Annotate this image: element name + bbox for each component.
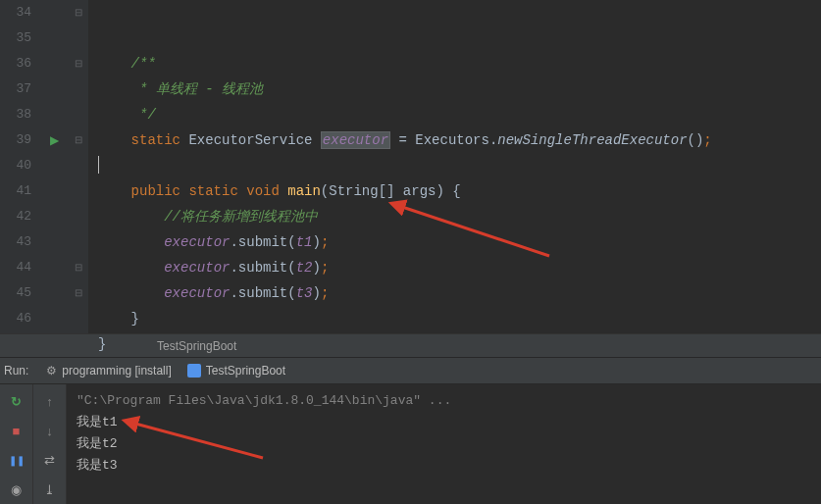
token: submit( [238, 234, 296, 250]
token: * 单线程 - 线程池 [139, 81, 263, 97]
pause-button[interactable]: ❚❚ [6, 449, 27, 471]
token: = [390, 132, 415, 148]
code-area[interactable]: /** * 单线程 - 线程池 */ static ExecutorServic… [88, 0, 821, 333]
token: t2 [296, 260, 313, 276]
code-line[interactable] [98, 153, 821, 178]
gear-icon: ⚙ [46, 364, 57, 378]
run-label: Run: [4, 364, 28, 378]
token: executor [164, 260, 230, 276]
code-line[interactable]: executor.submit(t3); [98, 280, 821, 306]
token: executor [164, 234, 230, 250]
down-button[interactable]: ↓ [39, 420, 61, 441]
wrap-button[interactable]: ⇄ [39, 449, 61, 471]
token: . [230, 285, 237, 301]
line-number: 44 [0, 255, 31, 280]
code-line[interactable]: //将任务新增到线程池中 [98, 204, 821, 229]
code-line[interactable] [98, 357, 821, 382]
line-number: 45 [0, 280, 31, 306]
token: public static void [131, 183, 288, 199]
code-line[interactable]: } [98, 306, 821, 331]
code-line[interactable]: } [98, 331, 821, 357]
token: () [688, 132, 704, 148]
scroll-button[interactable]: ⤓ [39, 479, 61, 500]
console-panel: ↻ ■ ❚❚ ◉ ↑ ↓ ⇄ ⤓ "C:\Program Files\Java\… [0, 384, 821, 504]
fold-icon[interactable]: ⊟ [75, 134, 82, 145]
token: submit( [238, 285, 296, 301]
run-icon[interactable]: ▶ [50, 133, 59, 147]
dump-button[interactable]: ◉ [6, 479, 27, 500]
console-line: 我是t3 [77, 455, 811, 477]
stop-button[interactable]: ■ [6, 420, 27, 441]
token: Executors [415, 132, 489, 148]
token: executor [164, 285, 230, 301]
token: ; [321, 260, 329, 276]
console-toolbar-left2: ↑ ↓ ⇄ ⤓ [33, 384, 67, 504]
fold-gutter[interactable]: ⊟⊟⊟⊟⊟ [69, 0, 88, 333]
line-number: 34 [0, 0, 31, 25]
token: ) [312, 260, 320, 276]
token: . [230, 234, 237, 250]
line-number: 40 [0, 153, 31, 178]
token: ; [703, 132, 711, 148]
line-number: 46 [0, 306, 31, 331]
line-number: 35 [0, 25, 31, 51]
token: //将任务新增到线程池中 [164, 209, 318, 225]
code-editor[interactable]: 34353637383940414243444546 ▶ ⊟⊟⊟⊟⊟ /** *… [0, 0, 821, 333]
code-line[interactable]: */ [98, 102, 821, 127]
line-number-gutter: 34353637383940414243444546 [0, 0, 39, 333]
code-line[interactable]: /** [98, 51, 821, 76]
code-line[interactable]: * 单线程 - 线程池 [98, 76, 821, 102]
token: */ [139, 107, 156, 123]
code-line[interactable]: static ExecutorService executor = Execut… [98, 127, 821, 153]
token: static [131, 132, 189, 148]
console-command: "C:\Program Files\Java\jdk1.8.0_144\bin\… [77, 390, 811, 412]
token: /** [131, 56, 156, 72]
token: } [131, 311, 139, 327]
fold-icon[interactable]: ⊟ [75, 262, 82, 273]
line-number: 42 [0, 204, 31, 229]
line-number: 36 [0, 51, 31, 76]
token: ; [321, 234, 329, 250]
fold-icon[interactable]: ⊟ [75, 58, 82, 69]
token: newSingleThreadExecutor [497, 132, 687, 148]
code-line[interactable]: executor.submit(t1); [98, 229, 821, 255]
rerun-button[interactable]: ↻ [6, 390, 27, 412]
caret [98, 156, 99, 174]
token: ) [312, 285, 320, 301]
console-output[interactable]: "C:\Program Files\Java\jdk1.8.0_144\bin\… [67, 384, 821, 504]
token: ; [321, 285, 329, 301]
token: ) [312, 234, 320, 250]
token: t3 [296, 285, 313, 301]
line-number: 37 [0, 76, 31, 102]
line-number: 38 [0, 102, 31, 127]
console-line: 我是t2 [77, 433, 811, 455]
console-toolbar-left: ↻ ■ ❚❚ ◉ [0, 384, 33, 504]
token: main [287, 183, 321, 199]
line-number: 39 [0, 127, 31, 153]
fold-icon[interactable]: ⊟ [75, 7, 82, 18]
token: submit( [238, 260, 296, 276]
token: executor [321, 131, 390, 149]
run-gutter[interactable]: ▶ [39, 0, 69, 333]
code-line[interactable]: executor.submit(t2); [98, 255, 821, 280]
up-button[interactable]: ↑ [39, 390, 61, 412]
console-line: 我是t1 [77, 412, 811, 433]
line-number: 41 [0, 178, 31, 204]
token: t1 [296, 234, 313, 250]
line-number: 43 [0, 229, 31, 255]
token: . [230, 260, 237, 276]
token: (String[] args) { [321, 183, 461, 199]
token: ExecutorService [188, 132, 320, 148]
token: } [98, 336, 106, 352]
fold-icon[interactable]: ⊟ [75, 287, 82, 298]
code-line[interactable]: public static void main(String[] args) { [98, 178, 821, 204]
